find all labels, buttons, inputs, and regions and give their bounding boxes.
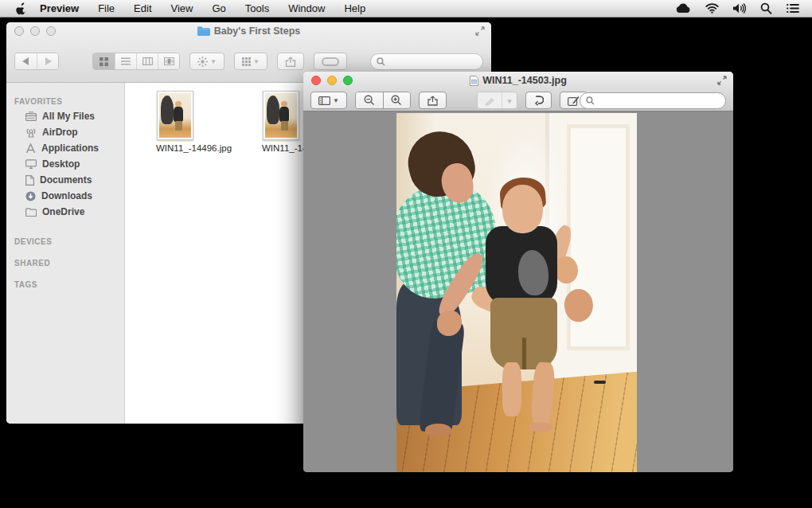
apple-menu-icon[interactable] [16,2,27,15]
forward-button[interactable] [37,53,58,69]
cloud-icon[interactable] [676,3,691,14]
photo-mother-hand [437,311,461,336]
volume-icon[interactable] [733,3,746,14]
column-view-button[interactable] [136,53,158,69]
menu-edit[interactable]: Edit [134,2,151,14]
view-switcher [92,53,180,70]
sidebar-item-desktop[interactable]: Desktop [6,156,124,172]
sidebar-item-airdrop[interactable]: AirDrop [6,124,124,140]
photo-baby-hand [555,256,578,283]
documents-icon [25,175,34,186]
finder-sidebar: FAVORITES All My Files AirDrop Applicati… [6,83,125,424]
menu-window[interactable]: Window [288,2,325,14]
preview-titlebar[interactable]: WIN11_-14503.jpg [303,72,733,89]
menu-file[interactable]: File [98,2,115,14]
highlight-button[interactable] [478,92,502,109]
finder-titlebar[interactable]: Baby's First Steps [6,22,491,40]
airdrop-icon [25,127,37,138]
preview-canvas [303,111,733,472]
coverflow-view-button[interactable] [158,53,179,69]
menu-view[interactable]: View [171,2,193,14]
tags-button[interactable] [314,53,347,70]
applications-icon [25,143,36,154]
file-name-label: WIN11_-145 [262,143,300,153]
sidebar-item-applications[interactable]: Applications [6,140,124,156]
file-thumbnail-1-image [157,91,193,140]
search-icon [377,57,385,66]
sidebar-section-favorites: FAVORITES [14,97,124,106]
photo-baby-head [502,185,543,233]
menu-bar: Preview File Edit View Go Tools Window H… [0,0,812,18]
photo-mother-foot [425,424,451,436]
photo-baby-shorts [490,298,558,369]
menu-help[interactable]: Help [344,2,365,14]
preview-toolbar: ▼ ▼ [303,89,733,111]
zoom-button[interactable] [343,76,353,85]
fullscreen-icon[interactable] [717,76,727,85]
all-my-files-icon [25,111,37,121]
finder-window-title: Baby's First Steps [6,25,491,37]
photo-baby-leg [502,362,521,416]
zoom-button[interactable] [46,26,56,36]
tag-pill-icon [322,57,339,66]
icon-view-button[interactable] [93,53,115,69]
search-icon [586,96,595,105]
photo-baby-shirt [486,226,558,305]
sidebar-item-all-my-files[interactable]: All My Files [6,108,124,124]
minimize-button[interactable] [327,76,337,85]
sidebar-item-onedrive[interactable]: OneDrive [6,204,124,220]
action-menu-button[interactable]: ▼ [189,53,224,70]
list-view-button[interactable] [115,53,136,69]
finder-search-field[interactable] [370,53,483,70]
sidebar-item-downloads[interactable]: Downloads [6,188,124,204]
downloads-icon [25,191,36,201]
zoom-out-button[interactable] [356,92,383,108]
preview-header: WIN11_-14503.jpg ▼ [303,72,733,111]
sidebar-section-tags: TAGS [14,280,124,289]
wifi-icon[interactable] [705,3,719,14]
zoom-in-button[interactable] [383,92,410,108]
file-thumbnail-2-image [263,91,299,140]
annotate-controls: ▼ [477,92,517,109]
close-button[interactable] [311,76,321,85]
menu-tools[interactable]: Tools [245,2,269,14]
spotlight-search-icon[interactable] [760,2,772,14]
minimize-button[interactable] [30,26,40,36]
file-thumbnail-1[interactable]: WIN11_-14496.jpg [156,91,194,153]
close-button[interactable] [14,26,24,36]
notification-center-icon[interactable] [787,3,799,14]
folder-icon [197,26,210,36]
highlight-menu-button[interactable]: ▼ [502,92,517,109]
preview-window-title: WIN11_-14503.jpg [303,75,733,86]
rotate-left-button[interactable] [525,92,552,109]
back-button[interactable] [15,53,37,69]
file-thumbnail-2[interactable]: WIN11_-145 [262,91,300,153]
share-button[interactable] [277,53,304,70]
onedrive-icon [25,208,37,217]
preview-window[interactable]: WIN11_-14503.jpg ▼ [303,72,733,472]
desktop-icon [25,159,37,169]
file-name-label: WIN11_-14496.jpg [156,143,194,153]
navigation-buttons [14,53,59,70]
photo-door-handle [594,381,606,385]
sidebar-item-documents[interactable]: Documents [6,172,124,188]
share-button[interactable] [419,92,447,109]
zoom-controls [355,92,411,109]
fullscreen-icon[interactable] [475,26,485,36]
preview-search-field[interactable] [580,92,726,109]
menu-go[interactable]: Go [212,2,225,14]
sidebar-section-shared: SHARED [14,259,124,268]
photo-baby-first-steps[interactable] [396,113,637,472]
arrange-menu-button[interactable]: ▼ [234,53,267,70]
sidebar-section-devices: DEVICES [14,237,124,246]
app-menu-preview[interactable]: Preview [40,2,79,14]
view-options-button[interactable]: ▼ [310,92,347,109]
image-document-icon [470,76,478,86]
